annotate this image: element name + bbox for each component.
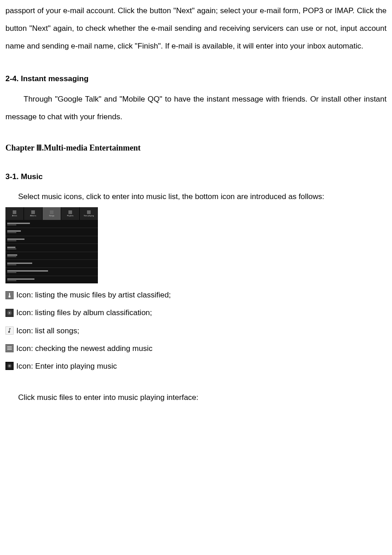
tab-artists: Artists — [5, 207, 24, 220]
icon-desc-text: Icon: listing the music files by artist … — [16, 286, 171, 304]
svg-point-4 — [8, 331, 10, 333]
icon-desc-text: Icon: listing files by album classificat… — [16, 304, 152, 321]
document-page: passport of your e-mail account. Click t… — [0, 0, 392, 555]
list-item — [5, 252, 98, 260]
svg-rect-1 — [9, 296, 10, 297]
list-item — [5, 236, 98, 244]
icon-desc-album: Icon: listing files by album classificat… — [5, 304, 387, 321]
music-intro-paragraph: Select music icons, click to enter into … — [5, 188, 387, 205]
icon-desc-text: Icon: checking the newest adding music — [16, 340, 153, 357]
album-icon — [5, 309, 14, 317]
icon-desc-playing: Icon: Enter into playing music — [5, 357, 387, 375]
svg-rect-6 — [7, 348, 12, 348]
svg-point-10 — [9, 365, 10, 366]
icon-desc-text: Icon: Enter into playing music — [16, 357, 117, 375]
list-item — [5, 228, 98, 236]
tab-label: Artists — [12, 214, 17, 217]
chapter-3-heading: Chapter Ⅲ.Multi-media Entertainment — [5, 143, 387, 153]
tab-label: Songs — [49, 214, 54, 217]
tab-label: Playlists — [67, 214, 74, 217]
tab-nowplaying: Now playing — [80, 207, 98, 220]
tab-songs: Songs — [43, 207, 61, 220]
heading-2-4: 2-4. Instant messaging — [5, 70, 387, 87]
list-item — [5, 260, 98, 268]
songs-icon — [5, 326, 14, 335]
list-item — [5, 276, 98, 284]
svg-rect-7 — [7, 349, 12, 350]
instant-messaging-paragraph: Through "Google Talk" and "Mobile QQ" to… — [5, 90, 387, 126]
list-item — [5, 268, 98, 276]
svg-rect-5 — [7, 346, 12, 347]
tab-playlists: Playlists — [61, 207, 80, 220]
music-tabs: Artists Albums Songs Playlists Now playi… — [5, 207, 98, 220]
playlist-icon — [5, 344, 14, 352]
email-setup-paragraph: passport of your e-mail account. Click t… — [5, 2, 387, 55]
tab-label: Now playing — [84, 214, 94, 217]
svg-rect-0 — [9, 293, 10, 296]
icon-desc-newest: Icon: checking the newest adding music — [5, 340, 387, 357]
icon-desc-text: Icon: list all songs; — [16, 322, 79, 340]
tab-label: Albums — [30, 214, 36, 217]
song-list — [5, 220, 98, 283]
artist-icon — [5, 291, 14, 299]
music-app-screenshot: Artists Albums Songs Playlists Now playi… — [5, 207, 98, 283]
nowplaying-icon — [5, 362, 14, 370]
icon-desc-artist: Icon: listing the music files by artist … — [5, 286, 387, 304]
music-playing-interface-paragraph: Click music files to enter into music pl… — [5, 389, 387, 406]
list-item — [5, 220, 98, 228]
heading-3-1: 3-1. Music — [5, 168, 387, 185]
tab-albums: Albums — [24, 207, 43, 220]
list-item — [5, 244, 98, 252]
svg-point-3 — [9, 312, 10, 313]
icon-desc-songs: Icon: list all songs; — [5, 322, 387, 340]
